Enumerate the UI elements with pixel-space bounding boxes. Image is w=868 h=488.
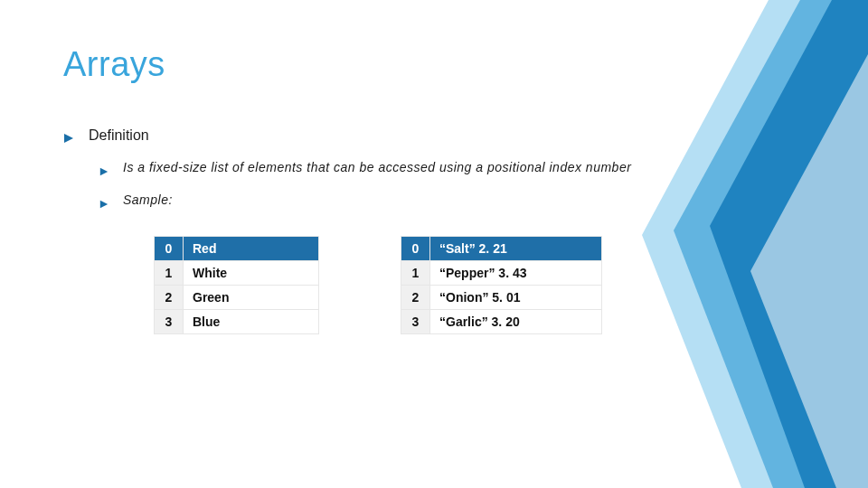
cell-index: 3 bbox=[401, 310, 430, 334]
bullet-icon bbox=[99, 196, 108, 212]
cell-value: White bbox=[184, 261, 319, 286]
cell-value: “Garlic” 3. 20 bbox=[430, 310, 602, 334]
svg-marker-4 bbox=[64, 134, 73, 143]
table-row: 1 “Pepper” 3. 43 bbox=[401, 261, 602, 286]
slide-title: Arrays bbox=[63, 45, 805, 84]
table-row: 1 White bbox=[155, 261, 319, 286]
cell-value: “Salt” 2. 21 bbox=[430, 237, 602, 261]
table-row: 0 “Salt” 2. 21 bbox=[401, 237, 602, 261]
bullet-definition-body: Is a fixed-size list of elements that ca… bbox=[99, 160, 805, 180]
cell-value: Green bbox=[184, 286, 319, 310]
cell-index: 0 bbox=[155, 237, 184, 261]
slide: Arrays Definition Is a fixed-size list o… bbox=[0, 0, 868, 488]
cell-index: 2 bbox=[401, 286, 430, 310]
bullet-icon bbox=[63, 131, 74, 147]
table-row: 0 Red bbox=[155, 237, 319, 261]
colors-table: 0 Red 1 White 2 Green 3 Blue bbox=[154, 236, 319, 334]
cell-index: 1 bbox=[401, 261, 430, 286]
bullet-definition-label: Definition bbox=[89, 127, 149, 144]
table-row: 2 “Onion” 5. 01 bbox=[401, 286, 602, 310]
cell-value: Red bbox=[184, 237, 319, 261]
items-table: 0 “Salt” 2. 21 1 “Pepper” 3. 43 2 “Onion… bbox=[401, 236, 602, 334]
cell-value: “Onion” 5. 01 bbox=[430, 286, 602, 310]
bullet-icon bbox=[99, 164, 108, 180]
cell-value: “Pepper” 3. 43 bbox=[430, 261, 602, 286]
cell-value: Blue bbox=[184, 310, 319, 334]
cell-index: 2 bbox=[155, 286, 184, 310]
bullet-definition: Definition bbox=[63, 127, 805, 147]
svg-marker-6 bbox=[100, 201, 108, 208]
svg-marker-5 bbox=[100, 168, 108, 175]
cell-index: 1 bbox=[155, 261, 184, 286]
cell-index: 3 bbox=[155, 310, 184, 334]
content-area: Arrays Definition Is a fixed-size list o… bbox=[0, 0, 868, 334]
table-row: 2 Green bbox=[155, 286, 319, 310]
bullet-definition-text: Is a fixed-size list of elements that ca… bbox=[123, 160, 631, 174]
cell-index: 0 bbox=[401, 237, 430, 261]
bullet-sample: Sample: bbox=[99, 192, 805, 212]
table-row: 3 Blue bbox=[155, 310, 319, 334]
tables-row: 0 Red 1 White 2 Green 3 Blue 0 bbox=[154, 236, 805, 334]
bullet-sample-label: Sample: bbox=[123, 192, 173, 207]
table-row: 3 “Garlic” 3. 20 bbox=[401, 310, 602, 334]
